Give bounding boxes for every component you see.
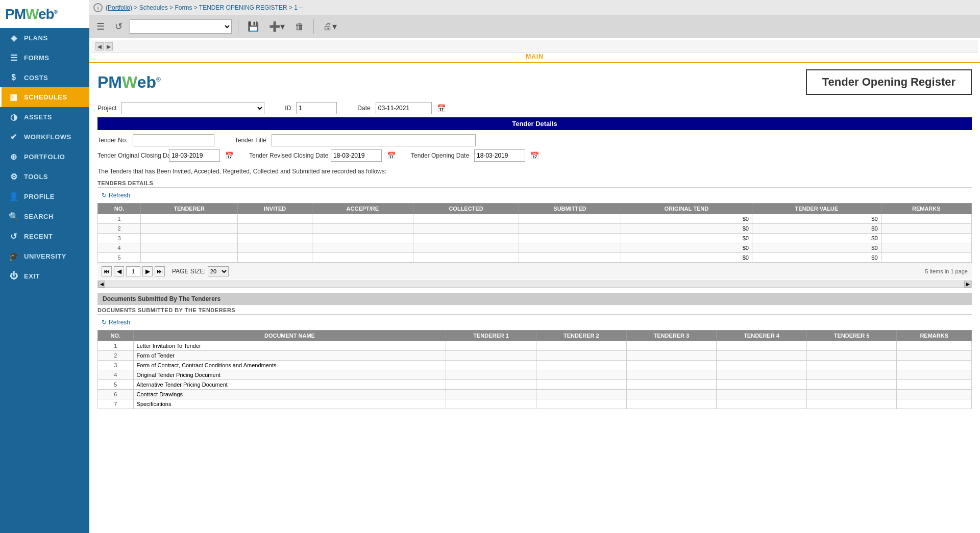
tenders-cell-7: $0 <box>752 224 881 234</box>
docs-col-tenderer_4: TENDERER 4 <box>717 331 807 341</box>
docs-cell-4 <box>626 370 717 380</box>
tenders-refresh-button[interactable]: ↻ Refresh <box>97 190 134 201</box>
plans-icon: ◈ <box>9 33 19 43</box>
page-next-button[interactable]: ▶ <box>142 266 153 276</box>
sidebar-item-schedules[interactable]: ▦SCHEDULES <box>0 87 89 107</box>
opening-date-calendar-icon[interactable]: 📅 <box>530 151 539 160</box>
date-calendar-icon[interactable]: 📅 <box>437 104 446 112</box>
tenders-cell-6: $0 <box>621 214 752 224</box>
docs-cell-5 <box>717 399 807 409</box>
docs-col-document_name: DOCUMENT NAME <box>133 331 446 341</box>
workflow-select[interactable] <box>130 19 232 34</box>
tenders-cell-2 <box>238 224 312 234</box>
sidebar-item-forms[interactable]: ☰FORMS <box>0 48 89 68</box>
docs-cell-2 <box>446 361 536 370</box>
doc-header: PMWeb® Tender Opening Register <box>97 69 972 95</box>
sidebar-item-recent[interactable]: ↺RECENT <box>0 226 89 246</box>
nav-right[interactable]: ▶ <box>105 42 113 50</box>
docs-refresh-button[interactable]: ↻ Refresh <box>97 317 134 328</box>
sidebar-item-portfolio[interactable]: ⊕PORTFOLIO <box>0 147 89 167</box>
tender-title-label: Tender Title <box>235 137 266 144</box>
tender-title-input[interactable] <box>272 134 476 146</box>
docs-cell-3 <box>536 390 626 399</box>
project-select[interactable] <box>121 102 264 114</box>
dates-row: Tender Original Closing Date 📅 Tender Re… <box>97 149 972 162</box>
docs-table-row: 1Letter Invitation To Tender <box>98 341 972 351</box>
sidebar-item-plans[interactable]: ◈PLANS <box>0 28 89 48</box>
docs-cell-1[interactable]: Letter Invitation To Tender <box>133 341 446 351</box>
tenders-cell-5 <box>519 253 621 263</box>
tender-no-input[interactable] <box>133 134 214 146</box>
docs-col-tenderer_2: TENDERER 2 <box>536 331 626 341</box>
delete-button[interactable]: 🗑 <box>292 19 307 34</box>
id-input[interactable] <box>296 102 337 114</box>
tender-revised-closing-input[interactable] <box>331 149 382 162</box>
docs-cell-4 <box>626 380 717 390</box>
docs-cell-7 <box>897 361 972 370</box>
sidebar-label-workflows: WORKFLOWS <box>24 133 71 141</box>
document-area: PMWeb® Tender Opening Register Project I… <box>89 63 980 415</box>
page-first-button[interactable]: ⏮ <box>102 266 112 276</box>
docs-cell-0: 4 <box>98 370 134 380</box>
nav-left[interactable]: ◀ <box>95 42 104 50</box>
sidebar-item-profile[interactable]: 👤PROFILE <box>0 187 89 207</box>
tenders-cell-5 <box>519 243 621 253</box>
page-last-button[interactable]: ⏭ <box>155 266 165 276</box>
tenders-cell-2 <box>238 234 312 243</box>
save-button[interactable]: 💾 <box>244 19 262 34</box>
tools-icon: ⚙ <box>9 172 19 182</box>
refresh-icon: ↻ <box>102 192 107 199</box>
sidebar-item-university[interactable]: 🎓UNIVERSITY <box>0 246 89 266</box>
undo-button[interactable]: ↺ <box>112 19 126 34</box>
info-icon[interactable]: i <box>93 3 103 12</box>
scroll-right-arrow[interactable]: ▶ <box>964 281 971 288</box>
docs-table: NO.DOCUMENT NAMETENDERER 1TENDERER 2TEND… <box>97 330 972 409</box>
horizontal-scrollbar[interactable]: ◀ ▶ <box>97 281 972 288</box>
scroll-left-arrow[interactable]: ◀ <box>98 281 105 288</box>
tenders-cell-8 <box>881 243 971 253</box>
tenders-cell-4 <box>413 253 519 263</box>
docs-cell-6 <box>806 361 897 370</box>
docs-cell-5 <box>717 370 807 380</box>
revised-closing-calendar-icon[interactable]: 📅 <box>387 151 396 160</box>
docs-cell-3 <box>536 351 626 361</box>
sidebar-item-exit[interactable]: ⏻EXIT <box>0 266 89 286</box>
print-button[interactable]: 🖨▾ <box>320 19 340 34</box>
page-number-input[interactable] <box>126 266 140 276</box>
sidebar-item-tools[interactable]: ⚙TOOLS <box>0 167 89 187</box>
docs-cell-1[interactable]: Original Tender Pricing Document <box>133 370 446 380</box>
sidebar-item-assets[interactable]: ◑ASSETS <box>0 107 89 127</box>
tenders-col-tender_value: TENDER VALUE <box>752 204 881 214</box>
sidebar-item-workflows[interactable]: ✔WORKFLOWS <box>0 127 89 147</box>
page-size-select[interactable]: 20 50 100 <box>208 266 229 276</box>
forms-icon: ☰ <box>9 53 19 63</box>
add-button[interactable]: ➕▾ <box>266 19 288 34</box>
sidebar-item-costs[interactable]: $COSTS <box>0 68 89 87</box>
tenders-cell-2 <box>238 214 312 224</box>
tenders-cell-3 <box>312 234 413 243</box>
portfolio-link[interactable]: (Portfolio) <box>106 4 132 11</box>
toolbar: ☰ ↺ 💾 ➕▾ 🗑 🖨▾ <box>89 15 980 38</box>
docs-cell-1[interactable]: Form of Contract, Contract Conditions an… <box>133 361 446 370</box>
tender-orig-closing-input[interactable] <box>169 149 220 162</box>
orig-closing-calendar-icon[interactable]: 📅 <box>225 151 234 160</box>
page-prev-button[interactable]: ◀ <box>114 266 124 276</box>
docs-cell-1[interactable]: Specifications <box>133 399 446 409</box>
tender-opening-date-input[interactable] <box>474 149 525 162</box>
scroll-track[interactable] <box>105 281 964 287</box>
docs-cell-1[interactable]: Contract Drawings <box>133 390 446 399</box>
tenders-table-row: 3$0$0 <box>98 234 972 243</box>
docs-cell-6 <box>806 380 897 390</box>
tender-no-label: Tender No. <box>97 137 128 144</box>
tenders-cell-8 <box>881 224 971 234</box>
menu-button[interactable]: ☰ <box>93 19 108 34</box>
sidebar-item-search[interactable]: 🔍SEARCH <box>0 207 89 226</box>
docs-cell-1[interactable]: Form of Tender <box>133 351 446 361</box>
date-input[interactable] <box>376 102 432 114</box>
tenders-table-row: 5$0$0 <box>98 253 972 263</box>
tenders-col-original_tend: ORIGINAL TEND <box>621 204 752 214</box>
sidebar-label-search: SEARCH <box>24 213 54 220</box>
docs-cell-7 <box>897 351 972 361</box>
tenders-cell-6: $0 <box>621 224 752 234</box>
docs-cell-1[interactable]: Alternative Tender Pricing Document <box>133 380 446 390</box>
